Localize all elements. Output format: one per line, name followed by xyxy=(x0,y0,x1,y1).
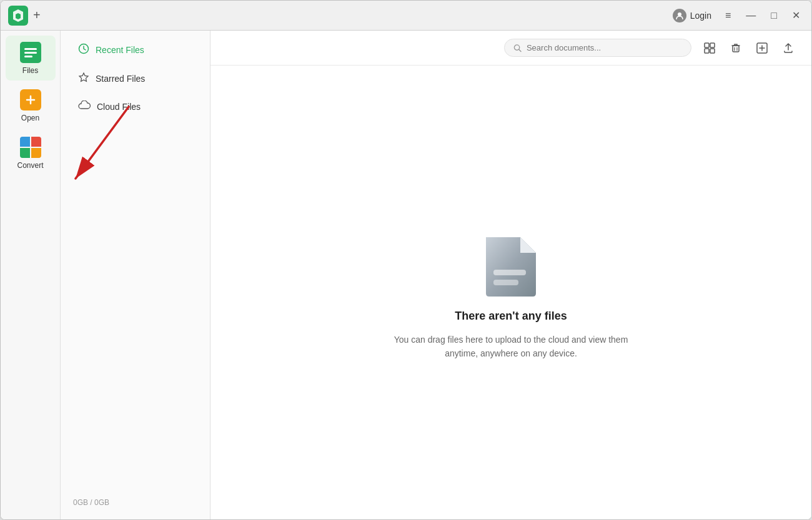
files-nav-label: Files xyxy=(22,66,38,75)
maximize-button[interactable]: □ xyxy=(767,9,781,22)
titlebar: + Login ≡ — □ ✕ xyxy=(1,1,811,31)
new-tab-button[interactable]: + xyxy=(33,8,41,22)
search-box[interactable] xyxy=(504,39,691,57)
toolbar-actions xyxy=(699,37,799,59)
files-nav-icon xyxy=(19,41,42,64)
grid-view-button[interactable] xyxy=(699,37,720,59)
recent-icon xyxy=(78,43,89,57)
sidebar-item-cloud[interactable]: Cloud Files xyxy=(66,93,205,120)
svg-point-1 xyxy=(678,12,681,16)
user-avatar-icon xyxy=(673,9,686,22)
grid-view-icon xyxy=(703,42,716,54)
svg-rect-12 xyxy=(705,43,709,47)
login-area[interactable]: Login xyxy=(673,9,711,22)
sidebar-item-starred[interactable]: Starred Files xyxy=(66,64,205,93)
svg-rect-22 xyxy=(493,270,526,275)
svg-rect-4 xyxy=(24,52,37,54)
empty-title: There aren't any files xyxy=(455,310,567,323)
starred-label: Starred Files xyxy=(96,74,145,84)
svg-rect-5 xyxy=(24,56,32,57)
open-nav-icon xyxy=(19,89,42,111)
cloud-label: Cloud Files xyxy=(97,102,141,112)
trash-button[interactable] xyxy=(725,37,746,59)
toolbar xyxy=(210,31,811,66)
nav-item-files[interactable]: Files xyxy=(6,36,56,81)
recent-label: Recent Files xyxy=(96,45,144,55)
storage-info: 0GB / 0GB xyxy=(61,491,210,514)
empty-state-illustration xyxy=(480,225,542,300)
open-nav-label: Open xyxy=(21,114,39,122)
add-icon xyxy=(756,42,768,54)
trash-icon xyxy=(730,42,742,54)
svg-rect-15 xyxy=(710,49,715,53)
convert-nav-label: Convert xyxy=(17,161,43,170)
svg-rect-3 xyxy=(24,48,37,50)
nav-item-convert[interactable]: Convert xyxy=(6,130,56,175)
empty-subtitle: You can drag files here to upload to the… xyxy=(386,333,636,361)
star-icon xyxy=(78,72,89,86)
app-logo xyxy=(8,6,28,26)
main-content: There aren't any files You can drag file… xyxy=(210,31,811,519)
svg-rect-14 xyxy=(705,49,709,53)
sidebar: Recent Files Starred Files Cloud F xyxy=(61,31,210,519)
svg-rect-23 xyxy=(493,280,518,285)
svg-rect-13 xyxy=(710,43,715,47)
convert-nav-icon xyxy=(19,136,42,159)
nav-item-open[interactable]: Open xyxy=(6,83,56,128)
upload-button[interactable] xyxy=(778,37,799,59)
svg-rect-16 xyxy=(733,46,739,52)
svg-line-11 xyxy=(519,49,521,51)
login-label[interactable]: Login xyxy=(690,11,711,21)
empty-state: There aren't any files You can drag file… xyxy=(210,66,811,519)
sidebar-item-recent[interactable]: Recent Files xyxy=(66,36,205,64)
close-button[interactable]: ✕ xyxy=(788,8,804,22)
add-button[interactable] xyxy=(751,37,773,59)
cloud-icon xyxy=(78,101,91,113)
minimize-button[interactable]: — xyxy=(742,9,760,22)
search-icon xyxy=(513,44,522,52)
svg-marker-9 xyxy=(79,73,88,81)
search-input[interactable] xyxy=(527,43,682,52)
left-nav: Files Open xyxy=(1,31,61,519)
window-controls: ≡ — □ ✕ xyxy=(721,8,804,22)
app-body: Files Open xyxy=(1,31,811,519)
menu-button[interactable]: ≡ xyxy=(721,9,735,22)
titlebar-right: Login ≡ — □ ✕ xyxy=(673,8,804,22)
upload-icon xyxy=(782,42,795,54)
